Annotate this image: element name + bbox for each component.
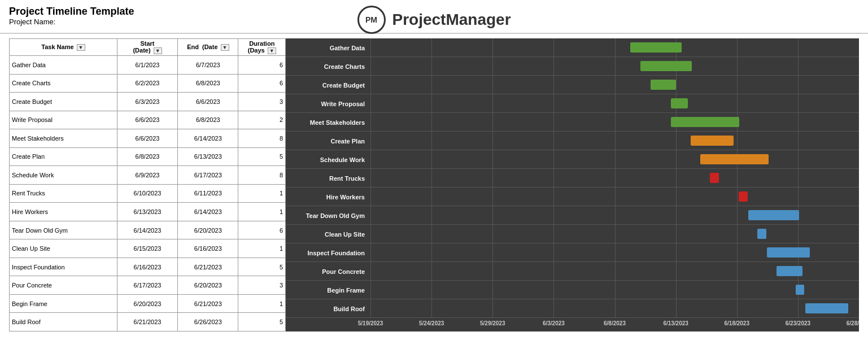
table-row: Clean Up Site 6/15/2023 6/16/2023 1 [10,239,286,258]
col-header-start[interactable]: Start(Date) ▼ [117,39,177,56]
task-end: 6/26/2023 [178,313,238,332]
gantt-label: Gather Data [286,43,370,51]
gantt-bar [805,303,848,313]
task-start: 6/15/2023 [117,239,177,258]
task-name: Clean Up Site [10,239,117,258]
gantt-bar [757,229,766,239]
pm-logo-circle: PM [357,6,385,34]
task-start: 6/17/2023 [117,276,177,295]
gantt-row: Rent Trucks [286,169,859,187]
gantt-track [370,57,859,75]
task-duration: 6 [238,74,286,93]
table-row: Begin Frame 6/20/2023 6/21/2023 1 [10,294,286,313]
task-name: Meet Stakeholders [10,129,117,148]
task-name: Gather Data [10,56,117,75]
task-end: 6/6/2023 [178,93,238,111]
gantt-bar [671,98,688,108]
gantt-row: Schedule Work [286,150,859,169]
gantt-row: Meet Stakeholders [286,113,859,132]
gantt-chart: Gather DataCreate ChartsCreate BudgetWri… [286,38,859,332]
gantt-track [370,76,859,94]
table-row: Build Roof 6/21/2023 6/26/2023 5 [10,313,286,332]
gantt-bar [651,80,677,90]
table-row: Schedule Work 6/9/2023 6/17/2023 8 [10,166,286,185]
task-table: Task Name ▼ Start(Date) ▼ End (Date ▼ Du… [9,38,286,332]
table-row: Create Plan 6/8/2023 6/13/2023 5 [10,147,286,166]
gantt-date-label: 6/8/2023 [604,320,626,326]
task-end: 6/7/2023 [178,56,238,75]
task-name: Schedule Work [10,166,117,185]
task-name: Begin Frame [10,294,117,313]
gantt-track [370,113,859,131]
col-header-name[interactable]: Task Name ▼ [10,39,117,56]
task-name: Tear Down Old Gym [10,221,117,239]
table-row: Create Budget 6/3/2023 6/6/2023 3 [10,93,286,111]
gantt-date-label: 6/13/2023 [663,320,688,326]
task-start: 6/1/2023 [117,56,177,75]
task-start: 6/16/2023 [117,258,177,276]
gantt-label: Pour Concrete [286,267,370,275]
task-end: 6/8/2023 [178,111,238,129]
task-end: 6/20/2023 [178,221,238,239]
task-name: Create Charts [10,74,117,93]
filter-icon-end[interactable]: ▼ [221,44,229,51]
table-row: Hire Workers 6/13/2023 6/14/2023 1 [10,203,286,221]
gantt-label: Create Budget [286,81,370,89]
gantt-bar [640,61,692,71]
task-end: 6/8/2023 [178,74,238,93]
filter-icon-dur[interactable]: ▼ [268,47,276,54]
gantt-inner: Gather DataCreate ChartsCreate BudgetWri… [286,38,859,332]
task-duration: 6 [238,221,286,239]
task-name: Hire Workers [10,203,117,221]
gantt-label: Create Charts [286,62,370,70]
col-header-duration[interactable]: Duration(Days ▼ [238,39,286,56]
gantt-date-label: 5/29/2023 [480,320,505,326]
gantt-row: Gather Data [286,38,859,57]
col-header-end[interactable]: End (Date ▼ [178,39,238,56]
task-duration: 8 [238,129,286,148]
gantt-label: Inspect Foundation [286,248,370,256]
gantt-bar [748,210,800,220]
filter-icon-name[interactable]: ▼ [77,44,85,51]
gantt-bar [630,42,682,53]
gantt-track [370,243,859,261]
gantt-bar [671,117,739,127]
main-content: Task Name ▼ Start(Date) ▼ End (Date ▼ Du… [0,38,868,341]
gantt-track [370,132,859,150]
gantt-row: Clean Up Site [286,225,859,243]
gantt-bar [739,191,748,202]
gantt-row: Tear Down Old Gym [286,206,859,225]
table-row: Inspect Foundation 6/16/2023 6/21/2023 5 [10,258,286,276]
task-start: 6/14/2023 [117,221,177,239]
gantt-label: Hire Workers [286,193,370,200]
gantt-track [370,150,859,168]
task-duration: 3 [238,276,286,295]
gantt-label: Write Proposal [286,99,370,107]
gantt-label: Clean Up Site [286,230,370,238]
task-start: 6/20/2023 [117,294,177,313]
task-duration: 1 [238,239,286,258]
task-start: 6/21/2023 [117,313,177,332]
gantt-row: Pour Concrete [286,262,859,281]
task-name: Pour Concrete [10,276,117,295]
table-row: Tear Down Old Gym 6/14/2023 6/20/2023 6 [10,221,286,239]
filter-icon-start[interactable]: ▼ [154,47,162,54]
gantt-footer: 5/19/20235/24/20235/29/20236/3/20236/8/2… [286,318,859,332]
task-duration: 1 [238,203,286,221]
gantt-date-labels: 5/19/20235/24/20235/29/20236/3/20236/8/2… [370,319,859,330]
task-start: 6/6/2023 [117,129,177,148]
task-start: 6/8/2023 [117,147,177,166]
task-end: 6/20/2023 [178,276,238,295]
task-name: Build Roof [10,313,117,332]
gantt-bar [767,247,810,258]
gantt-date-label: 6/18/2023 [725,320,750,326]
task-start: 6/9/2023 [117,166,177,185]
gantt-row: Write Proposal [286,94,859,113]
gantt-label: Schedule Work [286,155,370,163]
gantt-row: Create Plan [286,132,859,150]
gantt-bar [710,173,719,183]
gantt-label: Rent Trucks [286,174,370,182]
task-name: Create Plan [10,147,117,166]
task-end: 6/21/2023 [178,294,238,313]
task-duration: 5 [238,313,286,332]
